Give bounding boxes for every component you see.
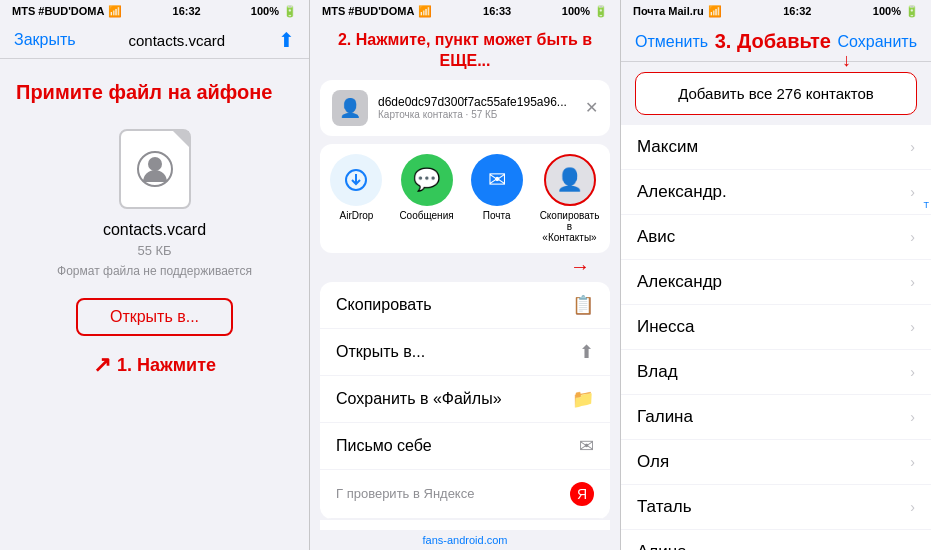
action-copy[interactable]: Скопировать 📋 — [320, 282, 610, 329]
cancel-button[interactable]: Отменить — [635, 33, 708, 51]
carrier-2: MTS #BUD'DOMA — [322, 5, 414, 17]
contact-item[interactable]: Оля › — [621, 440, 931, 485]
carrier-3: Почта Mail.ru — [633, 5, 704, 17]
close-button[interactable]: Закрыть — [14, 31, 76, 49]
battery-icon-2: 🔋 — [594, 5, 608, 18]
file-card-info: d6de0dc97d300f7ac55afe195a96... Карточка… — [378, 95, 575, 120]
contact-name: Оля — [637, 452, 669, 472]
chevron-icon: › — [910, 409, 915, 425]
edit-actions-row[interactable]: Редактировать действия... — [320, 519, 610, 530]
contact-item[interactable]: Александр › — [621, 260, 931, 305]
contact-item[interactable]: Инесса › — [621, 305, 931, 350]
contact-name: Влад — [637, 362, 678, 382]
copy-icon: 📋 — [572, 294, 594, 316]
mail-label: Почта — [483, 210, 511, 221]
action-save-label: Сохранить в «Файлы» — [336, 390, 502, 408]
email-icon: ✉ — [579, 435, 594, 457]
save-button[interactable]: Сохранить — [837, 33, 917, 51]
open-in-button[interactable]: Открыть в... — [76, 298, 233, 336]
mail-share[interactable]: ✉ Почта — [471, 154, 523, 243]
file-unsupported: Формат файла не поддерживается — [57, 264, 252, 278]
contact-item[interactable]: Максим › — [621, 125, 931, 170]
add-all-button[interactable]: Добавить все 276 контактов — [635, 72, 917, 115]
airdrop-share[interactable]: AirDrop — [330, 154, 382, 243]
chevron-icon: › — [910, 319, 915, 335]
open-icon: ⬆ — [579, 341, 594, 363]
close-card-button[interactable]: ✕ — [585, 98, 598, 117]
battery-3: 100% — [873, 5, 901, 17]
share-icon[interactable]: ⬆ — [278, 28, 295, 52]
contact-item[interactable]: Авис › — [621, 215, 931, 260]
airdrop-icon — [330, 154, 382, 206]
panel-3: Почта Mail.ru 📶 16:32 100% 🔋 Отменить 3.… — [621, 0, 931, 550]
panel-1: MTS #BUD'DOMA 📶 16:32 100% 🔋 Закрыть con… — [0, 0, 310, 550]
contact-item[interactable]: Александр. › — [621, 170, 931, 215]
chevron-icon: › — [910, 139, 915, 155]
arrow-step3-icon: ↓ — [842, 50, 851, 71]
share-row: AirDrop 💬 Сообщения ✉ Почта 👤 Скопироват… — [320, 144, 610, 253]
contact-item[interactable]: Алина › — [621, 530, 931, 550]
chevron-icon: › — [910, 544, 915, 550]
file-icon-container — [115, 129, 195, 209]
messages-glyph: 💬 — [413, 167, 440, 193]
arrow-right-icon: ↗ — [93, 352, 111, 378]
file-card-icon: 👤 — [332, 90, 368, 126]
vcard-icon: 👤 — [339, 97, 361, 119]
chevron-icon: › — [910, 454, 915, 470]
battery-1: 100% — [251, 5, 279, 17]
add-all-container: Добавить все 276 контактов — [621, 62, 931, 125]
status-bar-3: Почта Mail.ru 📶 16:32 100% 🔋 — [621, 0, 931, 22]
chevron-icon: › — [910, 274, 915, 290]
battery-icon-1: 🔋 — [283, 5, 297, 18]
instruction-text: Примите файл на айфоне — [16, 79, 293, 105]
file-card-subtitle: Карточка контакта · 57 КБ — [378, 109, 575, 120]
action-copy-label: Скопировать — [336, 296, 432, 314]
contact-name: Авис — [637, 227, 675, 247]
file-card-name: d6de0dc97d300f7ac55afe195a96... — [378, 95, 575, 109]
contacts-icon: 👤 — [544, 154, 596, 206]
battery-2: 100% — [562, 5, 590, 17]
person-icon — [137, 151, 173, 187]
action-yandex-label: Г проверить в Яндексе — [336, 486, 474, 501]
nav-title-1: contacts.vcard — [128, 32, 225, 49]
time-3: 16:32 — [783, 5, 811, 17]
mail-glyph: ✉ — [488, 167, 506, 193]
alpha-t: Т — [924, 200, 930, 210]
time-2: 16:33 — [483, 5, 511, 17]
contact-name: Алина — [637, 542, 687, 550]
nav-bar-1: Закрыть contacts.vcard ⬆ — [0, 22, 309, 59]
contact-name: Инесса — [637, 317, 695, 337]
contact-name: Таталь — [637, 497, 692, 517]
panel2-inner: 2. Нажмите, пункт может быть в ЕЩЕ... 👤 … — [310, 22, 620, 530]
status-bar-2: MTS #BUD'DOMA 📶 16:33 100% 🔋 — [310, 0, 620, 22]
messages-icon: 💬 — [401, 154, 453, 206]
contacts-glyph: 👤 — [556, 167, 583, 193]
status-bar-1: MTS #BUD'DOMA 📶 16:32 100% 🔋 — [0, 0, 309, 22]
step3-text: 3. Добавьте — [715, 30, 831, 52]
nav-bar-3: Отменить 3. Добавьте ↓ Сохранить — [621, 22, 931, 62]
step1-label: ↗ 1. Нажмите — [93, 352, 216, 378]
chevron-icon: › — [910, 184, 915, 200]
contact-item[interactable]: Влад › — [621, 350, 931, 395]
yandex-icon: Я — [570, 482, 594, 506]
contact-name: Галина — [637, 407, 693, 427]
contact-name: Александр. — [637, 182, 727, 202]
folder-icon: 📁 — [572, 388, 594, 410]
panel1-content: Примите файл на айфоне contacts.vcard 55… — [0, 59, 309, 550]
time-1: 16:32 — [173, 5, 201, 17]
action-save-files[interactable]: Сохранить в «Файлы» 📁 — [320, 376, 610, 423]
wifi-icon-3: 📶 — [708, 5, 722, 18]
wifi-icon-2: 📶 — [418, 5, 432, 18]
chevron-icon: › — [910, 364, 915, 380]
contact-item[interactable]: Галина › — [621, 395, 931, 440]
contacts-share[interactable]: 👤 Скопировать в «Контакты» — [540, 154, 600, 243]
messages-share[interactable]: 💬 Сообщения — [399, 154, 453, 243]
action-yandex[interactable]: Г проверить в Яндексе Я — [320, 470, 610, 519]
contact-item[interactable]: Таталь › — [621, 485, 931, 530]
action-open-in[interactable]: Открыть в... ⬆ — [320, 329, 610, 376]
contacts-list: Максим › Александр. › Авис › Александр ›… — [621, 125, 931, 550]
action-open-label: Открыть в... — [336, 343, 425, 361]
panel-2: MTS #BUD'DOMA 📶 16:33 100% 🔋 2. Нажмите,… — [310, 0, 621, 550]
wifi-icon: 📶 — [108, 5, 122, 18]
action-send-self[interactable]: Письмо себе ✉ — [320, 423, 610, 470]
